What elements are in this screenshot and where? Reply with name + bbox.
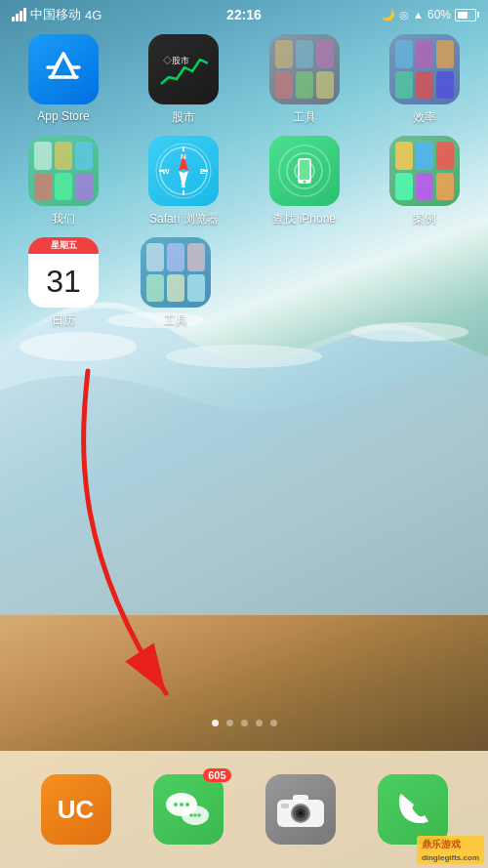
dock-phone[interactable]: [378, 774, 448, 845]
cases-mini-3: [436, 142, 454, 170]
ef-mini-1: [395, 40, 413, 68]
uc-icon: UC: [41, 774, 111, 845]
appstore-svg: [42, 48, 85, 91]
app-find-iphone[interactable]: 查找 iPhone: [256, 136, 353, 227]
battery-tip: [477, 12, 479, 18]
watermark: 鼎乐游戏 dinglegifts.com: [417, 836, 484, 864]
app-row-1: App Store ◇股市 股市: [15, 34, 473, 126]
cases-mini-6: [436, 173, 454, 201]
status-left: 中国移动 4G: [12, 6, 102, 23]
app-tools-folder[interactable]: 工具: [256, 34, 353, 126]
t2-mini-4: [146, 274, 164, 303]
app-appstore[interactable]: App Store: [15, 34, 112, 126]
appstore-label: App Store: [37, 109, 89, 123]
signal-bar-3: [20, 11, 22, 21]
t2-mini-1: [146, 243, 164, 271]
t2-mini-5: [167, 274, 184, 303]
find-iphone-label: 查找 iPhone: [272, 211, 336, 227]
folder-mini-6: [316, 71, 334, 100]
cases-mini-1: [395, 142, 413, 170]
efficiency-folder-icon: [389, 34, 460, 104]
wemen-label: 我们: [52, 211, 75, 227]
svg-point-28: [185, 803, 189, 806]
svg-text:S: S: [181, 181, 186, 189]
svg-rect-38: [281, 804, 289, 808]
stocks-label: 股市: [172, 109, 195, 126]
watermark-url: dinglegifts.com: [422, 853, 479, 862]
tools-folder2-icon: [141, 237, 211, 308]
wechat-icon-container: 605: [153, 774, 224, 845]
wemen-grid: [28, 136, 99, 206]
folder-mini-5: [296, 71, 313, 100]
stocks-svg: ◇股市: [159, 50, 208, 89]
t2-mini-2: [167, 243, 184, 271]
wechat-svg: [162, 788, 215, 831]
svg-text:◇股市: ◇股市: [163, 56, 189, 65]
signal-bars: [12, 8, 26, 21]
location-icon: ◎: [399, 9, 409, 21]
svg-point-32: [197, 813, 201, 817]
ef-mini-3: [436, 40, 454, 68]
wemen-mini-5: [55, 173, 72, 201]
t2-mini-3: [187, 243, 205, 271]
app-stocks[interactable]: ◇股市 股市: [135, 34, 232, 126]
calendar-label: 日历: [52, 312, 75, 329]
app-cases[interactable]: 案例: [376, 136, 473, 227]
calendar-dayofweek: 星期五: [51, 240, 77, 250]
svg-point-23: [303, 181, 305, 184]
t2-mini-6: [187, 274, 205, 303]
moon-icon: 🌙: [381, 8, 395, 21]
svg-rect-39: [293, 795, 308, 802]
safari-icon: N S W E: [148, 136, 219, 206]
app-tools-folder2[interactable]: 工具: [127, 237, 224, 329]
efficiency-folder-label: 效率: [413, 109, 436, 126]
cases-mini-4: [395, 173, 413, 201]
page-dot-1: [212, 720, 219, 726]
dock-uc-browser[interactable]: UC: [41, 774, 111, 845]
app-calendar[interactable]: 星期五 31 日历: [15, 237, 112, 329]
svg-point-27: [180, 803, 183, 806]
folder-mini-2: [296, 40, 313, 68]
uc-text: UC: [58, 795, 95, 825]
ef-mini-4: [395, 71, 413, 100]
signal-bar-1: [12, 17, 15, 21]
cases-label: 案例: [413, 211, 436, 227]
calendar-date: 31: [46, 266, 81, 297]
status-bar: 中国移动 4G 22:16 🌙 ◎ ▲ 60%: [0, 0, 488, 29]
wifi-icon: ▲: [413, 9, 424, 21]
wemen-mini-4: [34, 173, 52, 201]
app-wemen[interactable]: 我们: [15, 136, 112, 227]
camera-svg: [275, 790, 326, 829]
safari-label: Safari 浏览器: [149, 211, 219, 227]
wemen-mini-1: [34, 142, 52, 170]
page-dot-3: [241, 720, 248, 726]
folder-mini-3: [316, 40, 334, 68]
wemen-mini-6: [75, 173, 93, 201]
app-row-2: 我们 N S W: [15, 136, 473, 227]
app-efficiency-folder[interactable]: 效率: [376, 34, 473, 126]
find-iphone-icon: [269, 136, 340, 206]
tools-folder2-label: 工具: [164, 312, 187, 329]
safari-svg: N S W E: [154, 142, 213, 200]
camera-icon-container: [265, 774, 336, 845]
dock-camera[interactable]: [265, 774, 336, 845]
svg-text:W: W: [162, 167, 170, 176]
ef-mini-6: [436, 71, 454, 100]
dock: UC 605: [0, 751, 488, 868]
dock-wechat[interactable]: 605: [153, 774, 224, 845]
folder-mini-4: [275, 71, 293, 100]
efficiency-folder-grid: [389, 34, 460, 104]
page-dot-2: [226, 720, 233, 726]
wemen-mini-2: [55, 142, 72, 170]
ef-mini-5: [416, 71, 433, 100]
carrier-label: 中国移动: [30, 6, 81, 23]
status-time: 22:16: [226, 7, 262, 22]
find-svg: [276, 143, 333, 199]
wemen-mini-3: [75, 142, 93, 170]
svg-point-30: [189, 813, 193, 817]
app-grid: App Store ◇股市 股市: [0, 34, 488, 339]
cases-icon: [389, 136, 460, 206]
svg-text:N: N: [181, 152, 186, 161]
tools2-grid: [141, 237, 211, 308]
app-safari[interactable]: N S W E Safari 浏览器: [135, 136, 232, 227]
